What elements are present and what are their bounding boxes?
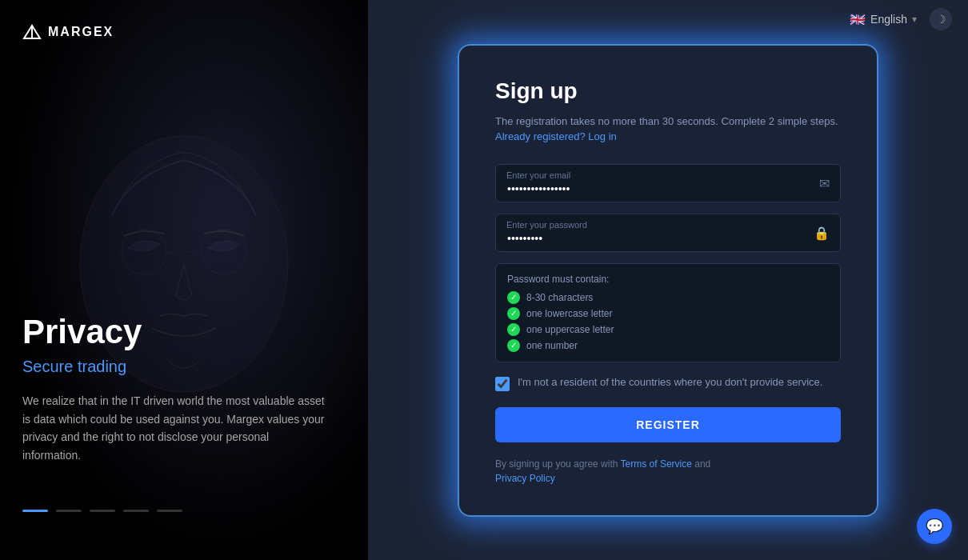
privacy-policy-link[interactable]: Privacy Policy xyxy=(495,473,555,484)
resident-checkbox[interactable] xyxy=(495,377,510,391)
resident-checkbox-row: I'm not a resident of the countries wher… xyxy=(495,375,841,391)
req-text-lowercase: one lowercase letter xyxy=(526,308,612,319)
signup-card-wrapper: Sign up The registration takes no more t… xyxy=(460,46,876,514)
slide-dot-4[interactable] xyxy=(123,510,149,512)
and-text: and xyxy=(694,458,710,470)
hero-subtitle: Secure trading xyxy=(22,358,346,376)
checkbox-label: I'm not a resident of the countries wher… xyxy=(518,375,822,390)
chevron-down-icon[interactable]: ▾ xyxy=(912,14,917,25)
theme-toggle-button[interactable]: ☽ xyxy=(930,8,952,30)
language-label: English xyxy=(870,13,907,26)
email-icon: ✉ xyxy=(819,175,830,190)
form-title: Sign up xyxy=(495,78,841,104)
slide-dot-3[interactable] xyxy=(90,510,115,512)
email-input-group: Enter your email ✉ xyxy=(495,164,841,202)
chat-icon: 💬 xyxy=(926,518,943,535)
password-input-group: Enter your password 🔒 xyxy=(495,214,841,252)
register-button[interactable]: REGISTER xyxy=(495,407,841,442)
req-title: Password must contain: xyxy=(507,274,829,285)
mask-image xyxy=(0,0,368,560)
check-icon-uppercase: ✓ xyxy=(507,323,520,336)
req-text-number: one number xyxy=(526,340,578,351)
hero-title: Privacy xyxy=(22,313,346,351)
logo: MARGEX xyxy=(22,22,114,42)
slide-dot-5[interactable] xyxy=(157,510,182,512)
left-panel: MARGEX Privacy Secure trading We realize… xyxy=(0,0,368,560)
slide-dot-1[interactable] xyxy=(22,510,48,512)
left-content: Privacy Secure trading We realize that i… xyxy=(22,313,346,464)
password-input[interactable] xyxy=(495,214,841,252)
logo-icon xyxy=(22,22,42,42)
top-bar: 🇬🇧 English ▾ ☽ xyxy=(834,0,968,38)
flag-icon: 🇬🇧 xyxy=(850,12,866,27)
slide-indicators xyxy=(22,510,182,512)
req-text-uppercase: one uppercase letter xyxy=(526,324,614,335)
form-subtitle: The registration takes no more than 30 s… xyxy=(495,114,841,145)
req-text-length: 8-30 characters xyxy=(526,292,593,303)
terms-of-service-link[interactable]: Terms of Service xyxy=(621,458,692,470)
right-panel: 🇬🇧 English ▾ ☽ Sign up The registration … xyxy=(368,0,968,560)
theme-icon: ☽ xyxy=(936,13,946,26)
chat-support-button[interactable]: 💬 xyxy=(917,509,952,544)
password-requirements: Password must contain: ✓ 8-30 characters… xyxy=(495,263,841,362)
subtitle-static: The registration takes no more than 30 s… xyxy=(495,115,838,127)
req-item-number: ✓ one number xyxy=(507,339,829,352)
req-item-uppercase: ✓ one uppercase letter xyxy=(507,323,829,336)
email-input[interactable] xyxy=(495,164,841,202)
check-icon-lowercase: ✓ xyxy=(507,307,520,320)
logo-text: MARGEX xyxy=(48,25,114,39)
hero-description: We realize that in the IT driven world t… xyxy=(22,392,326,464)
terms-text: By signing up you agree with Terms of Se… xyxy=(495,457,841,486)
lock-icon: 🔒 xyxy=(814,225,830,240)
already-registered-link[interactable]: Already registered? Log in xyxy=(495,130,617,142)
slide-dot-2[interactable] xyxy=(56,510,82,512)
req-item-length: ✓ 8-30 characters xyxy=(507,291,829,304)
signup-card: Sign up The registration takes no more t… xyxy=(460,46,876,514)
req-item-lowercase: ✓ one lowercase letter xyxy=(507,307,829,320)
check-icon-length: ✓ xyxy=(507,291,520,304)
terms-static: By signing up you agree with xyxy=(495,458,618,470)
check-icon-number: ✓ xyxy=(507,339,520,352)
